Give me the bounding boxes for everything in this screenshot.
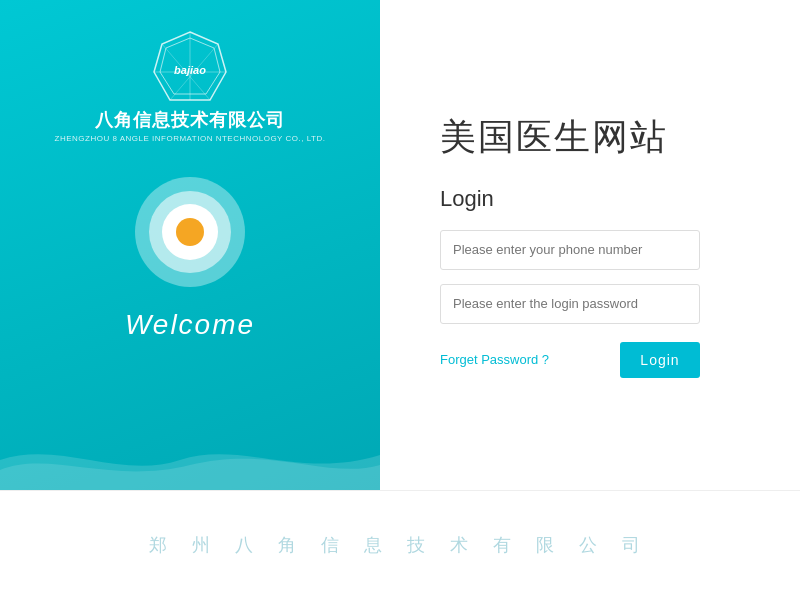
left-panel: bajiao 八角信息技术有限公司 ZHENGZHOU 8 ANGLE INFO…: [0, 0, 380, 490]
footer-text: 郑 州 八 角 信 息 技 术 有 限 公 司: [149, 533, 650, 557]
login-label: Login: [440, 186, 494, 212]
circle-core: [176, 218, 204, 246]
circle-outer: [135, 177, 245, 287]
circle-inner: [162, 204, 218, 260]
site-title: 美国医生网站: [440, 113, 668, 162]
bottom-row: Forget Password ? Login: [440, 342, 700, 378]
company-name-en: ZHENGZHOU 8 ANGLE INFORMATION NTECHNOLOG…: [55, 134, 326, 143]
icon-circle: [135, 177, 245, 287]
svg-text:bajiao: bajiao: [174, 64, 206, 76]
password-input[interactable]: [440, 284, 700, 324]
forget-password-link[interactable]: Forget Password ?: [440, 352, 549, 367]
circle-mid: [149, 191, 231, 273]
right-panel: 美国医生网站 Login Forget Password ? Login: [380, 0, 800, 490]
logo-icon: bajiao: [150, 28, 230, 108]
wave-decoration: [0, 430, 380, 490]
footer: 郑 州 八 角 信 息 技 术 有 限 公 司: [0, 490, 800, 598]
welcome-text: Welcome: [125, 309, 255, 341]
company-name-zh: 八角信息技术有限公司: [95, 108, 285, 132]
phone-input[interactable]: [440, 230, 700, 270]
logo-area: bajiao 八角信息技术有限公司 ZHENGZHOU 8 ANGLE INFO…: [55, 28, 326, 143]
login-button[interactable]: Login: [620, 342, 700, 378]
